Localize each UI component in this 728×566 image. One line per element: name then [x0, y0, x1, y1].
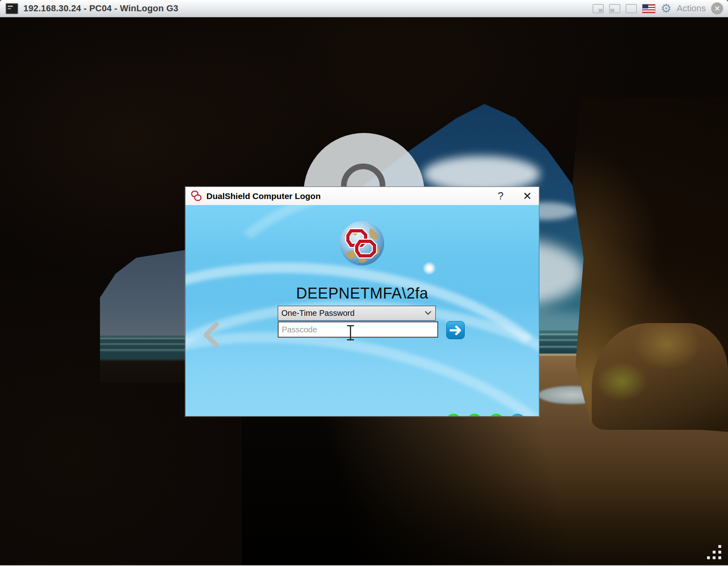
help-button[interactable]: ?	[493, 187, 509, 205]
dualshield-logo-icon	[190, 190, 202, 202]
resize-grip-dot[interactable]	[713, 551, 716, 554]
submit-button[interactable]	[446, 321, 465, 339]
background-left-gap	[100, 250, 187, 383]
remote-viewer-window: 192.168.30.24 - PC04 - WinLogon G3 ⚙ Act…	[0, 0, 728, 566]
rock-arch-base	[592, 323, 728, 430]
chevron-down-icon	[424, 310, 432, 316]
arrow-right-icon	[449, 325, 462, 336]
close-session-button[interactable]: ✕	[711, 2, 723, 15]
view-mode-3-icon[interactable]	[626, 4, 637, 13]
dualshield-globe-logo	[339, 220, 385, 267]
gear-icon[interactable]: ⚙	[661, 2, 672, 15]
resize-grip-dot[interactable]	[718, 556, 721, 559]
console-window-icon	[6, 3, 18, 14]
glow-decoration	[422, 261, 436, 275]
resize-grip-dot[interactable]	[713, 556, 716, 559]
resize-grip-dot[interactable]	[707, 556, 710, 559]
passcode-input[interactable]	[278, 321, 438, 338]
view-mode-2-icon[interactable]	[609, 4, 620, 13]
auth-method-select[interactable]: One-Time Password	[278, 306, 436, 321]
window-title: 192.168.30.24 - PC04 - WinLogon G3	[23, 3, 178, 14]
back-button[interactable]	[201, 322, 220, 348]
dualshield-logon-dialog: DualShield Computer Logon ? ✕	[185, 187, 539, 417]
cloud	[544, 106, 584, 116]
dialog-body: DEEPNETMFA\2fa One-Time Password	[185, 205, 539, 416]
dialog-title: DualShield Computer Logon	[206, 191, 321, 201]
resize-grip-dot[interactable]	[718, 551, 721, 554]
resize-grip-dot[interactable]	[718, 545, 721, 548]
app-titlebar: 192.168.30.24 - PC04 - WinLogon G3 ⚙ Act…	[0, 0, 728, 17]
dialog-titlebar: DualShield Computer Logon ? ✕	[185, 187, 539, 205]
remote-desktop-background: DualShield Computer Logon ? ✕	[0, 17, 728, 566]
auth-method-value: One-Time Password	[281, 309, 355, 318]
text-cursor-ibeam	[346, 324, 355, 341]
keyboard-layout-us-flag-icon[interactable]	[642, 4, 655, 13]
domain-user-label: DEEPNETMFA\2fa	[185, 285, 539, 302]
actions-menu[interactable]: Actions	[677, 3, 706, 14]
dialog-close-button[interactable]: ✕	[518, 187, 536, 205]
view-mode-1-icon[interactable]	[593, 4, 604, 13]
